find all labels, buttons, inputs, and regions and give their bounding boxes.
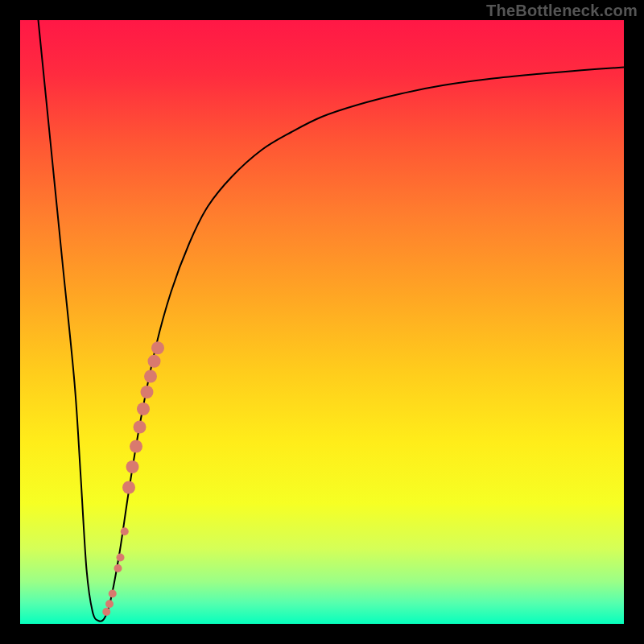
highlight-dot [151, 341, 164, 354]
highlight-dot [117, 554, 125, 562]
highlight-dot [148, 355, 161, 368]
gradient-background [20, 20, 624, 624]
highlight-dot [114, 564, 122, 572]
highlight-dot [130, 440, 142, 453]
plot-svg [20, 20, 624, 624]
highlight-dot [141, 386, 154, 398]
highlight-dot [102, 608, 110, 616]
highlight-dot [109, 590, 117, 598]
highlight-dot [105, 600, 114, 608]
highlight-dot [126, 460, 139, 473]
highlight-dot [137, 402, 150, 415]
highlight-dot [122, 481, 135, 494]
watermark-label: TheBottleneck.com [486, 2, 638, 20]
chart-frame: TheBottleneck.com [0, 0, 644, 644]
highlight-dot [121, 527, 129, 535]
highlight-dot [134, 421, 147, 434]
plot-area [20, 20, 624, 624]
highlight-dot [144, 370, 157, 383]
